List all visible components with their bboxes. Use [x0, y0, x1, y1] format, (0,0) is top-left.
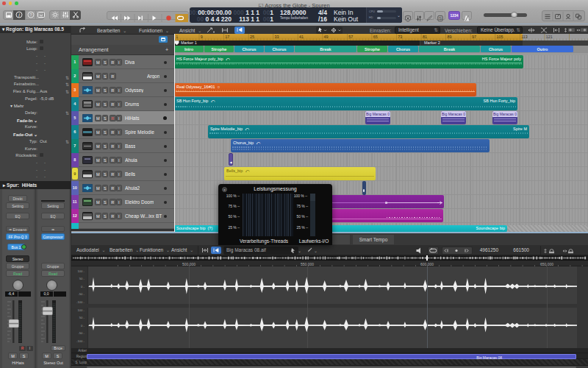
- svg-text:81: 81: [423, 35, 427, 39]
- svg-text:33: 33: [275, 35, 279, 39]
- svg-text:49: 49: [324, 35, 329, 39]
- svg-text:41: 41: [299, 35, 304, 39]
- svg-text:97: 97: [472, 35, 476, 39]
- svg-text:121: 121: [546, 35, 553, 39]
- svg-text:9: 9: [201, 35, 203, 39]
- svg-text:S: S: [438, 16, 441, 21]
- svg-text:17: 17: [225, 35, 229, 39]
- svg-text:?: ?: [29, 13, 32, 17]
- svg-text:105: 105: [497, 35, 503, 39]
- svg-text:65: 65: [373, 35, 378, 39]
- svg-text:i: i: [18, 13, 20, 18]
- svg-text:113: 113: [521, 35, 528, 39]
- svg-text:89: 89: [447, 35, 451, 39]
- svg-text:73: 73: [398, 35, 402, 39]
- svg-text:1: 1: [176, 35, 178, 39]
- svg-text:⌄: ⌄: [298, 249, 301, 253]
- svg-text:25: 25: [250, 35, 254, 39]
- svg-text:⌄: ⌄: [314, 249, 318, 253]
- svg-text:57: 57: [348, 35, 353, 39]
